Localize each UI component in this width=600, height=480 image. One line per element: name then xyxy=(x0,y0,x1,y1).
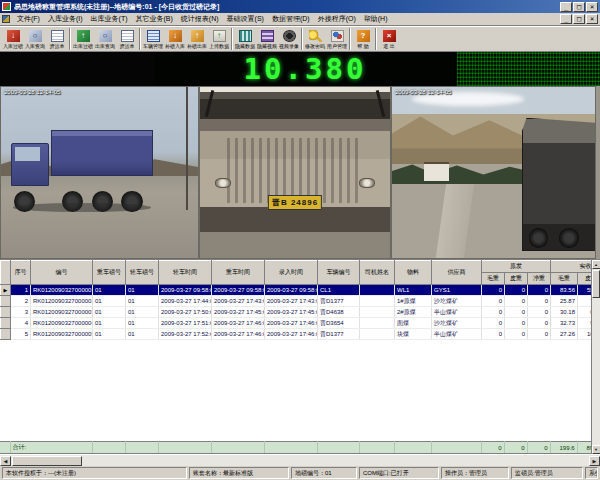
cell: 0 xyxy=(505,296,528,307)
cell: 半山煤矿 xyxy=(432,329,482,340)
toolbar-button-11[interactable]: 隐藏视频 xyxy=(256,27,278,51)
column-header-material[interactable]: 物料 xyxy=(395,261,432,285)
menu-item-1[interactable]: 入库业务(I) xyxy=(44,13,87,25)
column-header-light-time[interactable]: 轻车时间 xyxy=(159,261,212,285)
toolbar-button-label: 入库过磅 xyxy=(3,43,23,49)
statusbar-segment-2: 地磅编号：01 xyxy=(291,467,357,479)
menu-item-7[interactable]: 外接程序(O) xyxy=(314,13,360,25)
toolbar-button-1[interactable]: ○入库查询 xyxy=(24,27,46,51)
menu-item-0[interactable]: 文件(F) xyxy=(13,13,44,25)
toolbar-button-8[interactable]: ↑补磅出库 xyxy=(186,27,208,51)
toolbar-button-0[interactable]: ↓入库过磅 xyxy=(2,27,24,51)
column-header-code[interactable]: 编号 xyxy=(31,261,93,285)
scroll-up-icon[interactable]: ▲ xyxy=(592,260,600,269)
supplement-out-icon: ↑ xyxy=(191,30,204,42)
subheader-tare[interactable]: 皮重 xyxy=(505,273,528,285)
menu-item-6[interactable]: 数据管理(D) xyxy=(268,13,314,25)
table-row[interactable]: ▶1RK012009032700000101012009-03-27 09:58… xyxy=(1,285,592,296)
column-header-vehicle[interactable]: 车辆编号 xyxy=(318,261,360,285)
mdi-close-button[interactable]: × xyxy=(586,14,598,24)
vertical-scrollbar[interactable]: ▲ ▼ xyxy=(591,260,600,454)
cell: 0 xyxy=(505,285,528,296)
cell xyxy=(360,307,395,318)
column-header-seq[interactable]: 序号 xyxy=(11,261,31,285)
column-header-light-scale[interactable]: 轻车磅号 xyxy=(126,261,159,285)
toolbar-button-10[interactable]: 隐藏数据 xyxy=(234,27,256,51)
toolbar-button-9[interactable]: ↑上传数据 xyxy=(208,27,230,51)
toolbar-button-3[interactable]: ↑出库过磅 xyxy=(72,27,94,51)
toolbar-button-16[interactable]: ×退 出 xyxy=(378,27,400,51)
toolbar-button-label: 出库查询 xyxy=(95,43,115,49)
scroll-down-icon[interactable]: ▼ xyxy=(592,445,600,454)
toolbar-button-15[interactable]: ?帮 助 xyxy=(352,27,374,51)
cell: 0 xyxy=(482,307,505,318)
toolbar-button-5[interactable]: 货运单 xyxy=(116,27,138,51)
subheader-net[interactable]: 净重 xyxy=(528,273,551,285)
row-marker xyxy=(1,318,11,329)
vertical-scroll-thumb[interactable] xyxy=(592,270,600,298)
column-header-driver[interactable]: 司机姓名 xyxy=(360,261,395,285)
cell: 30.18 xyxy=(551,307,578,318)
camera-panel-right: 2009-03-28 12-14-05 xyxy=(391,86,596,259)
column-header-marker xyxy=(1,261,11,285)
toolbar-button-14[interactable]: 用户管理 xyxy=(326,27,348,51)
cell: 2009-03-27 17:45:00 xyxy=(265,307,318,318)
mdi-restore-button[interactable]: □ xyxy=(573,14,585,24)
menu-item-8[interactable]: 帮助(H) xyxy=(360,13,392,25)
headlight xyxy=(359,178,375,188)
horizontal-scroll-thumb[interactable] xyxy=(12,456,82,466)
cell: GYS1 xyxy=(432,285,482,296)
cell xyxy=(360,318,395,329)
cell: CL1 xyxy=(318,285,360,296)
cell: RK0120090327000001 xyxy=(31,285,93,296)
truck-wheel xyxy=(529,228,549,248)
outbound-weigh-icon: ↑ xyxy=(77,30,90,42)
subheader-gross[interactable]: 毛重 xyxy=(551,273,578,285)
toolbar-button-7[interactable]: ↓补磅入库 xyxy=(164,27,186,51)
truck-shadow xyxy=(13,203,151,212)
column-header-supplier[interactable]: 供应商 xyxy=(432,261,482,285)
toolbar-button-2[interactable]: 货运单 xyxy=(46,27,68,51)
toolbar-button-12[interactable]: 视频录像 xyxy=(278,27,300,51)
toolbar-button-label: 帮 助 xyxy=(357,43,368,49)
inbound-search-icon: ○ xyxy=(29,30,42,42)
minimize-button[interactable]: _ xyxy=(560,2,572,12)
column-header-heavy-scale[interactable]: 重车磅号 xyxy=(93,261,126,285)
cell: 25.87 xyxy=(551,296,578,307)
table-row[interactable]: 3RK012009032700000301012009-03-27 17:50:… xyxy=(1,307,592,318)
column-header-entry-time[interactable]: 录入时间 xyxy=(265,261,318,285)
mdi-child-icon xyxy=(2,15,10,23)
group-header-received: 实收 xyxy=(551,261,592,273)
cell: 10.53 xyxy=(578,329,592,340)
table-row[interactable]: 2RK012009032700000201012009-03-27 17:44:… xyxy=(1,296,592,307)
subheader-gross[interactable]: 毛重 xyxy=(482,273,505,285)
menu-item-3[interactable]: 其它业务(B) xyxy=(132,13,177,25)
subheader-tare[interactable]: 皮重 xyxy=(578,273,592,285)
toolbar-button-label: 修改密码 xyxy=(305,43,325,49)
toolbar-button-4[interactable]: ○出库查询 xyxy=(94,27,116,51)
table-row[interactable]: 4RK012009032700000401012009-03-27 17:51:… xyxy=(1,318,592,329)
records-grid: 序号 编号 重车磅号 轻车磅号 轻车时间 重车时间 录入时间 车辆编号 司机姓名… xyxy=(0,260,591,441)
scroll-right-icon[interactable]: ▶ xyxy=(589,456,600,466)
cell: 0 xyxy=(482,329,505,340)
maximize-button[interactable]: □ xyxy=(573,2,585,12)
toolbar-button-6[interactable]: 车辆管理 xyxy=(142,27,164,51)
toolbar-button-13[interactable]: 修改密码 xyxy=(304,27,326,51)
table-row[interactable]: 5RK012009032700000501012009-03-27 17:52:… xyxy=(1,329,592,340)
menu-item-4[interactable]: 统计报表(N) xyxy=(177,13,223,25)
menu-item-5[interactable]: 基础设置(S) xyxy=(223,13,268,25)
column-header-heavy-time[interactable]: 重车时间 xyxy=(212,261,265,285)
cell: 01 xyxy=(93,329,126,340)
cell: 2009-03-27 17:45:00 xyxy=(212,307,265,318)
headlight xyxy=(215,178,231,188)
cell: 01 xyxy=(126,296,159,307)
close-button[interactable]: × xyxy=(586,2,598,12)
horizontal-scrollbar[interactable]: ◀ ▶ xyxy=(0,454,600,466)
cell: 0 xyxy=(528,307,551,318)
cell: 0 xyxy=(482,285,505,296)
menu-item-2[interactable]: 出库业务(T) xyxy=(87,13,132,25)
scroll-left-icon[interactable]: ◀ xyxy=(0,456,11,466)
cell: 2009-03-27 17:43:00 xyxy=(265,296,318,307)
weight-value: 10.380 xyxy=(244,52,367,86)
mdi-minimize-button[interactable]: _ xyxy=(560,14,572,24)
